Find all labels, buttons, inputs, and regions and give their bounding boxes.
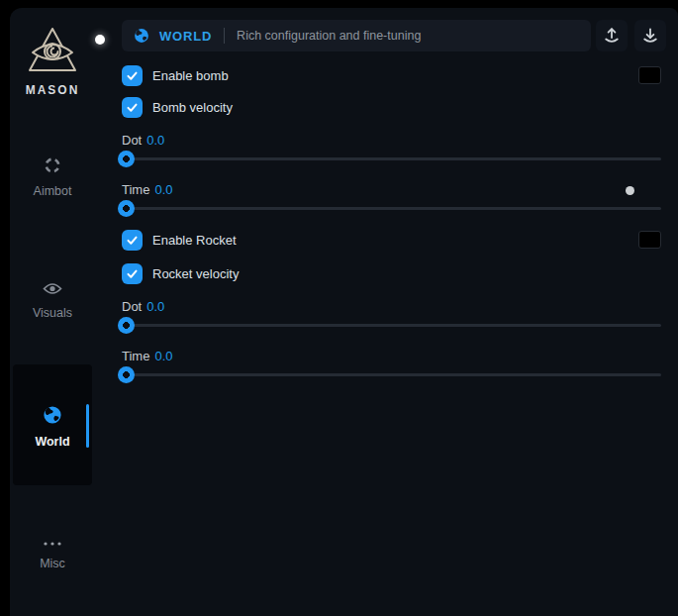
slider-handle[interactable]	[118, 200, 135, 217]
slider-handle[interactable]	[118, 317, 135, 334]
slider-label: Time0.0	[122, 182, 661, 197]
check-icon	[126, 69, 139, 82]
checkbox-label: Enable Rocket	[152, 233, 237, 248]
sidebar-item-label: Aimbot	[10, 184, 95, 198]
globe-icon	[134, 28, 149, 44]
sidebar-item-visuals[interactable]: Visuals	[10, 281, 95, 320]
slider-name: Time	[122, 182, 149, 197]
globe-icon	[10, 405, 95, 429]
slider-bomb-time: Time0.0	[122, 182, 661, 222]
slider-rocket-time: Time0.0	[122, 349, 661, 388]
slider-rocket-dot: Dot0.0	[122, 299, 661, 339]
slider-handle[interactable]	[118, 366, 135, 383]
setting-row-enable-rocket: Enable Rocket	[122, 230, 661, 251]
download-button[interactable]	[634, 20, 666, 51]
sidebar-item-world[interactable]: World	[10, 405, 95, 449]
slider-handle[interactable]	[118, 151, 135, 167]
slider-value: 0.0	[146, 299, 164, 314]
sidebar-item-label: Visuals	[10, 306, 95, 320]
check-icon	[126, 101, 139, 114]
checkbox-bomb-velocity[interactable]	[122, 97, 143, 118]
slider-label: Dot0.0	[122, 133, 661, 148]
slider-name: Time	[122, 349, 149, 363]
slider-value: 0.0	[146, 133, 164, 148]
upload-icon	[602, 26, 622, 46]
checkbox-label: Enable bomb	[152, 68, 229, 83]
slider-track[interactable]	[122, 373, 661, 376]
checkbox-rocket-velocity[interactable]	[122, 263, 143, 284]
brand-name: MASON	[10, 83, 95, 97]
slider-track[interactable]	[122, 157, 661, 160]
sidebar-item-label: Misc	[10, 557, 95, 570]
sidebar-item-aimbot[interactable]: Aimbot	[10, 156, 95, 198]
slider-bomb-dot: Dot0.0	[122, 133, 661, 172]
setting-row-enable-bomb: Enable bomb	[122, 65, 661, 86]
brand-logo: MASON	[10, 26, 95, 97]
slider-label: Time0.0	[122, 349, 661, 363]
slider-label: Dot0.0	[122, 299, 661, 314]
slider-value: 0.0	[154, 182, 172, 197]
keybind-button[interactable]	[638, 231, 661, 249]
crosshair-icon	[10, 156, 95, 178]
slider-value: 0.0	[154, 349, 172, 363]
checkbox-label: Rocket velocity	[152, 266, 239, 281]
app-window: MASON Aimbot Visuals	[10, 8, 678, 616]
check-icon	[126, 234, 139, 247]
upload-button[interactable]	[596, 20, 628, 51]
header-bar: WORLD Rich configuration and fine-tuning	[122, 20, 591, 51]
header-divider	[224, 28, 225, 44]
keybind-button[interactable]	[638, 66, 661, 84]
ellipsis-icon	[10, 533, 95, 551]
cursor-dot	[626, 186, 634, 195]
slider-track[interactable]	[122, 324, 661, 327]
cursor-dot	[95, 35, 105, 45]
check-icon	[126, 267, 139, 280]
eye-icon	[10, 281, 95, 300]
page-subtitle: Rich configuration and fine-tuning	[237, 29, 421, 43]
sidebar-item-label: World	[10, 435, 95, 449]
masonic-eye-icon	[10, 26, 95, 77]
slider-name: Dot	[122, 299, 142, 314]
setting-row-rocket-velocity: Rocket velocity	[122, 263, 661, 284]
slider-name: Dot	[122, 133, 142, 148]
checkbox-enable-bomb[interactable]	[122, 65, 143, 86]
page-title: WORLD	[159, 29, 212, 44]
sidebar: MASON Aimbot Visuals	[10, 8, 112, 616]
sidebar-item-misc[interactable]: Misc	[10, 533, 95, 570]
checkbox-label: Bomb velocity	[152, 100, 233, 115]
checkbox-enable-rocket[interactable]	[122, 230, 143, 251]
download-icon	[640, 26, 660, 46]
setting-row-bomb-velocity: Bomb velocity	[122, 97, 661, 118]
slider-track[interactable]	[122, 207, 661, 210]
